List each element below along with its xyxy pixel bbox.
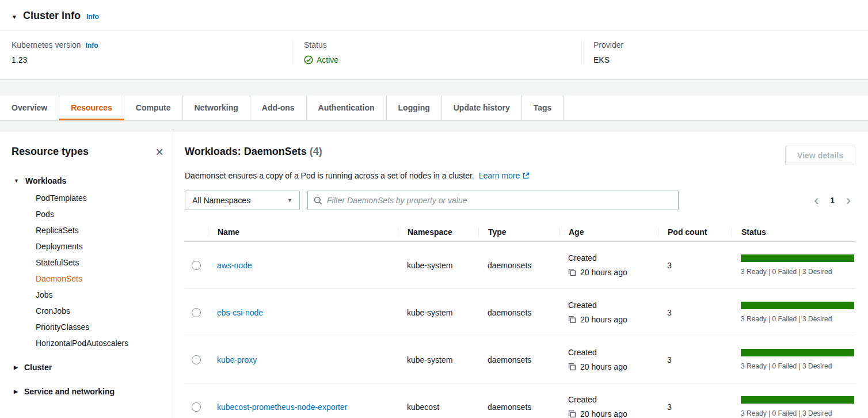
sidebar-item-podtemplates[interactable]: PodTemplates (12, 190, 163, 206)
next-page-icon[interactable]: › (846, 195, 851, 206)
copy-icon[interactable] (568, 316, 576, 324)
kubernetes-version-info-link[interactable]: Info (86, 41, 98, 50)
age-cell: Created 20 hours ago (559, 253, 658, 277)
kubernetes-version-value: 1.23 (12, 55, 280, 64)
row-radio-button[interactable] (192, 308, 201, 317)
type-cell: daemonsets (478, 402, 559, 412)
table-row: ebs-csi-node kube-system daemonsets Crea… (185, 289, 855, 336)
row-radio-button[interactable] (192, 261, 201, 270)
pod-count-cell: 3 (658, 355, 732, 364)
sidebar-item-jobs[interactable]: Jobs (12, 287, 163, 303)
created-label: Created (568, 253, 658, 263)
kubernetes-version-label: Kubernetes version (12, 40, 81, 50)
cluster-info-link[interactable]: Info (86, 13, 99, 21)
daemonsets-heading: Workloads: DaemonSets (4) (185, 146, 322, 158)
header-select-column (185, 227, 208, 237)
expand-caret-icon: ▶ (14, 364, 18, 370)
header-pod-count: Pod count (658, 227, 732, 237)
copy-icon[interactable] (568, 363, 576, 371)
tab-networking[interactable]: Networking (183, 96, 250, 120)
status-text: Active (317, 55, 338, 64)
kubernetes-version-field: Kubernetes version Info 1.23 (0, 40, 292, 64)
tab-authentication[interactable]: Authentication (307, 96, 387, 120)
row-radio-button[interactable] (192, 402, 201, 412)
page-title: Cluster info (23, 10, 81, 22)
resource-types-sidebar: Resource types × ▼ Workloads PodTemplate… (0, 132, 173, 418)
cluster-info-body: Kubernetes version Info 1.23 Status Acti… (0, 31, 868, 79)
status-cell: 3 Ready | 0 Failed | 3 Desired (732, 302, 855, 323)
tree-group-service-networking-header[interactable]: ▶ Service and networking (14, 383, 163, 400)
tab-tags[interactable]: Tags (522, 96, 564, 120)
page-number[interactable]: 1 (830, 196, 835, 205)
provider-value: EKS (593, 55, 856, 64)
sidebar-item-priorityclasses[interactable]: PriorityClasses (12, 319, 163, 335)
header-age: Age (559, 227, 658, 237)
header-namespace: Namespace (398, 227, 478, 237)
created-label: Created (568, 301, 658, 310)
status-progress-bar (741, 254, 854, 262)
tree-group-service-networking: ▶ Service and networking (12, 383, 163, 400)
previous-page-icon[interactable]: ‹ (814, 195, 818, 206)
table-header-row: Name Namespace Type Age Pod count Status (185, 224, 855, 242)
sidebar-item-deployments[interactable]: Deployments (12, 238, 163, 254)
daemonset-name-link[interactable]: ebs-csi-node (217, 308, 263, 317)
age-value: 20 hours ago (580, 362, 627, 371)
type-cell: daemonsets (478, 261, 559, 270)
pod-count-cell: 3 (658, 261, 732, 270)
sidebar-title: Resource types (12, 146, 89, 158)
copy-icon[interactable] (568, 410, 576, 418)
status-label: Status (304, 40, 327, 50)
expand-caret-icon: ▶ (14, 389, 18, 394)
table-row: kube-proxy kube-system daemonsets Create… (185, 336, 855, 383)
close-icon[interactable]: × (155, 147, 163, 157)
tree-group-workloads-label: Workloads (25, 176, 66, 185)
namespace-select-value: All Namespaces (192, 196, 250, 205)
pod-count-cell: 3 (658, 308, 732, 317)
tab-update-history[interactable]: Update history (442, 96, 522, 120)
check-circle-icon (304, 55, 313, 64)
daemonsets-table: Name Namespace Type Age Pod count Status… (185, 224, 855, 418)
provider-label: Provider (593, 40, 623, 50)
view-details-button[interactable]: View details (785, 146, 855, 165)
age-cell: Created 20 hours ago (559, 395, 658, 418)
tree-group-cluster-header[interactable]: ▶ Cluster (14, 359, 163, 375)
collapse-caret-icon: ▼ (14, 178, 19, 184)
description-text: Daemonset ensures a copy of a Pod is run… (185, 171, 474, 180)
daemonset-name-link[interactable]: kubecost-prometheus-node-exporter (217, 402, 347, 412)
cluster-tabs: Overview Resources Compute Networking Ad… (0, 96, 868, 120)
daemonsets-description: Daemonset ensures a copy of a Pod is run… (185, 171, 855, 180)
daemonsets-main: Workloads: DaemonSets (4) View details D… (173, 132, 868, 418)
sidebar-item-pods[interactable]: Pods (12, 206, 163, 222)
tab-add-ons[interactable]: Add-ons (250, 96, 307, 120)
status-value: Active (304, 55, 570, 64)
external-link-icon (522, 172, 530, 180)
tree-group-workloads-header[interactable]: ▼ Workloads (14, 173, 163, 189)
collapse-caret-icon[interactable]: ▼ (12, 14, 17, 20)
daemonset-name-link[interactable]: aws-node (217, 261, 252, 270)
tab-compute[interactable]: Compute (124, 96, 183, 120)
learn-more-link[interactable]: Learn more (479, 171, 530, 180)
daemonset-name-link[interactable]: kube-proxy (217, 355, 257, 364)
tree-group-workloads: ▼ Workloads PodTemplates Pods ReplicaSet… (12, 173, 163, 351)
status-progress-bar (741, 396, 854, 404)
namespace-select[interactable]: All Namespaces ▼ (185, 191, 300, 210)
sidebar-item-replicasets[interactable]: ReplicaSets (12, 222, 163, 238)
tab-resources[interactable]: Resources (59, 96, 124, 120)
copy-icon[interactable] (568, 268, 576, 276)
sidebar-item-horizontalpodautoscalers[interactable]: HorizontalPodAutoscalers (12, 335, 163, 351)
cluster-info-header: ▼ Cluster info Info (0, 0, 868, 31)
row-radio-button[interactable] (192, 355, 201, 364)
cluster-info-panel: ▼ Cluster info Info Kubernetes version I… (0, 0, 868, 79)
sidebar-item-daemonsets[interactable]: DaemonSets (12, 271, 163, 287)
tree-group-cluster: ▶ Cluster (12, 359, 163, 375)
tab-overview[interactable]: Overview (0, 96, 59, 120)
pagination: ‹ 1 › (814, 195, 855, 206)
daemonset-filter-input[interactable] (327, 196, 672, 205)
daemonsets-heading-text: Workloads: DaemonSets (185, 146, 307, 157)
sidebar-item-statefulsets[interactable]: StatefulSets (12, 254, 163, 271)
sidebar-item-cronjobs[interactable]: CronJobs (12, 303, 163, 319)
tab-logging[interactable]: Logging (387, 96, 442, 120)
provider-field: Provider EKS (581, 40, 868, 64)
header-type: Type (478, 227, 559, 237)
namespace-cell: kube-system (398, 308, 478, 317)
